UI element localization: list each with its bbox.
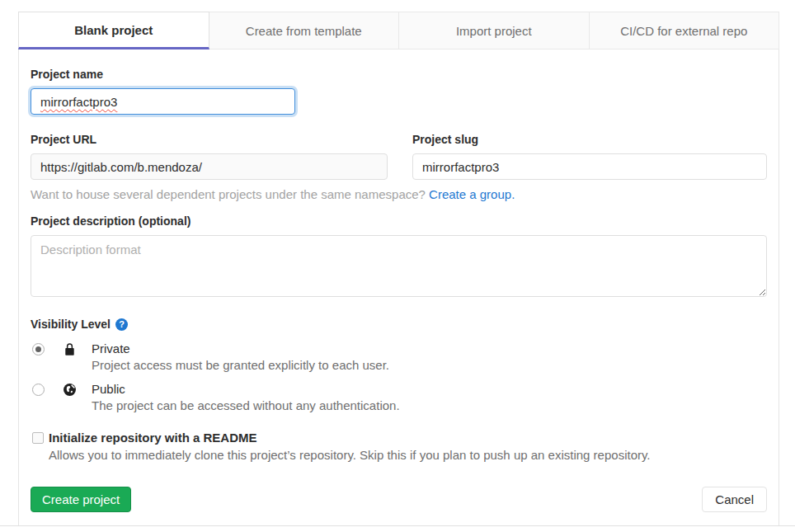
private-option-label[interactable]: Private: [92, 341, 389, 355]
new-project-panel: Blank project Create from template Impor…: [18, 12, 779, 526]
url-slug-row: Project URL Project slug: [31, 133, 767, 180]
tab-cicd-external-repo[interactable]: CI/CD for external repo: [590, 12, 780, 49]
visibility-level-label: Visibility Level: [31, 318, 111, 331]
readme-section: Initialize repository with a README Allo…: [31, 431, 767, 462]
project-description-input[interactable]: [31, 235, 767, 297]
tab-blank-project[interactable]: Blank project: [18, 12, 209, 49]
project-url-label: Project URL: [31, 133, 388, 146]
create-project-button[interactable]: Create project: [31, 487, 131, 512]
namespace-hint-text: Want to house several dependent projects…: [31, 187, 429, 201]
form-actions: Create project Cancel: [31, 487, 767, 512]
project-type-tabs: Blank project Create from template Impor…: [18, 12, 779, 49]
visibility-option-public: Public The project can be accessed witho…: [31, 382, 767, 412]
project-slug-input[interactable]: [412, 153, 767, 180]
project-name-input[interactable]: mirrorfactpro3: [31, 88, 295, 115]
project-name-value: mirrorfactpro3: [40, 95, 117, 109]
globe-icon: [63, 383, 77, 397]
namespace-hint: Want to house several dependent projects…: [31, 187, 767, 201]
bottom-divider: [0, 525, 795, 526]
readme-label[interactable]: Initialize repository with a README: [49, 431, 651, 445]
project-name-section: Project name mirrorfactpro3: [31, 68, 767, 115]
public-option-label[interactable]: Public: [92, 382, 400, 396]
project-description-label: Project description (optional): [31, 214, 767, 228]
private-option-description: Project access must be granted explicitl…: [92, 358, 389, 372]
project-slug-label: Project slug: [412, 133, 767, 146]
project-description-section: Project description (optional): [31, 214, 767, 299]
tab-import-project[interactable]: Import project: [399, 12, 590, 49]
public-radio[interactable]: [32, 384, 45, 396]
cancel-button[interactable]: Cancel: [702, 487, 767, 512]
visibility-section: Visibility Level ? Private Project acces…: [31, 318, 767, 412]
project-url-input[interactable]: [31, 153, 388, 180]
public-option-description: The project can be accessed without any …: [92, 398, 400, 412]
private-radio[interactable]: [32, 343, 45, 355]
tab-create-from-template[interactable]: Create from template: [209, 12, 400, 49]
project-name-label: Project name: [31, 68, 767, 81]
blank-project-form: Project name mirrorfactpro3 Project URL …: [18, 49, 779, 525]
readme-description: Allows you to immediately clone this pro…: [49, 448, 651, 462]
help-icon[interactable]: ?: [115, 318, 128, 331]
create-group-link[interactable]: Create a group.: [429, 187, 515, 201]
readme-checkbox[interactable]: [32, 432, 44, 444]
visibility-option-private: Private Project access must be granted e…: [31, 341, 767, 372]
lock-icon: [63, 342, 77, 356]
